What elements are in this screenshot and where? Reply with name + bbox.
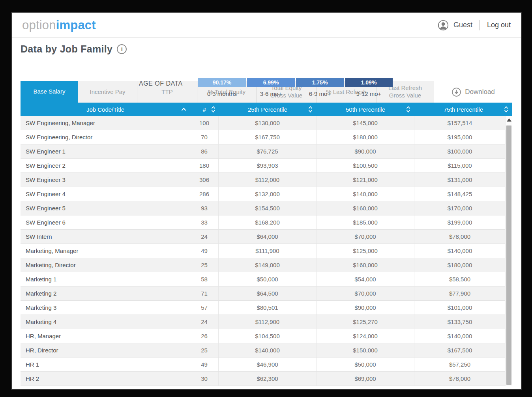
p50-cell: $100,500 xyxy=(317,159,414,172)
vertical-scrollbar[interactable] xyxy=(505,116,512,386)
job-title-cell: SW Engineer 4 xyxy=(21,187,190,201)
table-row: SW Intern24$64,000$70,000$78,000 xyxy=(21,230,505,244)
column-label: 75th Percentile xyxy=(444,106,483,113)
age-of-data-label: AGE OF DATA xyxy=(139,80,187,87)
table-row: SW Engineering, Director70$167,750$180,0… xyxy=(21,130,505,144)
p25-cell: $104,500 xyxy=(219,329,317,343)
count-cell: 71 xyxy=(190,287,219,300)
scrollbar-thumb[interactable] xyxy=(506,125,511,385)
age-segment: 90.17% xyxy=(198,78,246,87)
p25-cell: $93,903 xyxy=(219,159,317,172)
count-cell: 93 xyxy=(190,201,219,215)
p75-cell: $199,000 xyxy=(414,215,505,229)
job-title-cell: Marketing 4 xyxy=(21,315,190,329)
p25-cell: $149,000 xyxy=(219,258,317,272)
p75-cell: $78,000 xyxy=(414,372,505,386)
scrollbar-up-arrow-icon[interactable] xyxy=(507,118,511,122)
sort-updown-icon xyxy=(406,106,410,113)
p25-cell: $50,000 xyxy=(219,272,317,286)
job-title-cell: SW Engineering, Manager xyxy=(21,116,190,130)
logo-text-option: option xyxy=(22,18,56,32)
job-title-cell: SW Engineer 2 xyxy=(21,159,190,172)
title-section: Data by Job Family i AGE OF DATA 90.17%6… xyxy=(12,38,521,81)
table-row: SW Engineering, Manager100$130,000$145,0… xyxy=(21,116,505,130)
table-row: SW Engineer 633$168,200$185,000$199,000 xyxy=(21,215,505,230)
count-cell: 70 xyxy=(190,130,219,144)
p50-cell: $70,000 xyxy=(317,287,414,300)
job-title-cell: HR 1 xyxy=(21,358,190,371)
age-of-data-bar: 90.17%6.99%1.75%1.09% xyxy=(198,78,393,87)
p50-cell: $124,000 xyxy=(317,329,414,343)
job-title-cell: SW Engineer 6 xyxy=(21,215,190,229)
column-header-25th-percentile[interactable]: 25th Percentile xyxy=(219,103,317,116)
p25-cell: $167,750 xyxy=(219,130,317,144)
p50-cell: $160,000 xyxy=(317,258,414,272)
column-label: # xyxy=(203,106,206,113)
table-row: Marketing 271$64,500$70,000$77,900 xyxy=(21,287,505,301)
p25-cell: $111,900 xyxy=(219,244,317,258)
p25-cell: $140,000 xyxy=(219,343,317,357)
count-cell: 57 xyxy=(190,301,219,315)
download-button[interactable]: Download xyxy=(434,81,512,103)
p50-cell: $140,000 xyxy=(317,187,414,201)
count-cell: 306 xyxy=(190,173,219,187)
p75-cell: $157,514 xyxy=(414,116,505,130)
count-cell: 30 xyxy=(190,372,219,386)
tab-incentive-pay[interactable]: Incentive Pay xyxy=(78,81,137,103)
p75-cell: $170,000 xyxy=(414,201,505,215)
p75-cell: $101,000 xyxy=(414,301,505,315)
tab-base-salary[interactable]: Base Salary xyxy=(21,81,78,103)
column-header-count[interactable]: # xyxy=(190,103,219,116)
column-header-50th-percentile[interactable]: 50th Percentile xyxy=(317,103,414,116)
count-cell: 24 xyxy=(190,230,219,243)
user-area: Guest Log out xyxy=(438,20,511,31)
count-cell: 180 xyxy=(190,159,219,172)
p75-cell: $57,250 xyxy=(414,358,505,371)
user-name-label[interactable]: Guest xyxy=(453,21,472,29)
table-row: Marketing 424$112,900$125,270$133,750 xyxy=(21,315,505,329)
count-cell: 286 xyxy=(190,187,219,201)
table-row: Marketing 357$80,501$90,000$101,000 xyxy=(21,301,505,315)
p25-cell: $168,200 xyxy=(219,215,317,229)
optionimpact-logo: optionimpact xyxy=(22,18,96,32)
logout-link[interactable]: Log out xyxy=(487,21,511,29)
download-icon xyxy=(451,87,461,97)
job-title-cell: SW Intern xyxy=(21,230,190,243)
p25-cell: $112,000 xyxy=(219,173,317,187)
p50-cell: $50,000 xyxy=(317,358,414,371)
table-rows: SW Engineering, Manager100$130,000$145,0… xyxy=(21,116,505,386)
info-icon[interactable]: i xyxy=(117,44,127,54)
count-cell: 25 xyxy=(190,258,219,272)
sort-updown-icon xyxy=(504,106,508,113)
column-label: 25th Percentile xyxy=(248,106,287,113)
job-title-cell: SW Engineer 5 xyxy=(21,201,190,215)
table-row: HR 230$62,300$69,000$78,000 xyxy=(21,372,505,386)
p50-cell: $54,000 xyxy=(317,272,414,286)
column-header-job-code-title[interactable]: Job Code/Title xyxy=(21,103,190,116)
table-row: HR, Manager26$104,500$124,000$140,000 xyxy=(21,329,505,343)
p25-cell: $112,900 xyxy=(219,315,317,329)
count-cell: 49 xyxy=(190,244,219,258)
tab-label: Incentive Pay xyxy=(90,88,125,96)
job-title-cell: Marketing, Director xyxy=(21,258,190,272)
job-title-cell: Marketing, Manager xyxy=(21,244,190,258)
p50-cell: $69,000 xyxy=(317,372,414,386)
p25-cell: $46,900 xyxy=(219,358,317,371)
job-title-cell: HR, Director xyxy=(21,343,190,357)
count-cell: 24 xyxy=(190,315,219,329)
job-title-cell: SW Engineer 3 xyxy=(21,173,190,187)
p75-cell: $78,000 xyxy=(414,230,505,243)
table-row: SW Engineer 593$154,500$160,000$170,000 xyxy=(21,201,505,215)
p75-cell: $140,000 xyxy=(414,244,505,258)
table-row: SW Engineer 186$76,725$90,000$100,000 xyxy=(21,144,505,159)
column-header-75th-percentile[interactable]: 75th Percentile xyxy=(414,103,512,116)
column-label: Job Code/Title xyxy=(86,106,124,113)
age-segment: 6.99% xyxy=(247,78,295,87)
p50-cell: $160,000 xyxy=(317,201,414,215)
job-title-cell: HR 2 xyxy=(21,372,190,386)
p75-cell: $140,000 xyxy=(414,329,505,343)
app-header: optionimpact Guest Log out xyxy=(12,13,521,38)
user-avatar-icon[interactable] xyxy=(438,20,449,31)
sort-updown-icon xyxy=(308,106,313,113)
count-cell: 26 xyxy=(190,329,219,343)
